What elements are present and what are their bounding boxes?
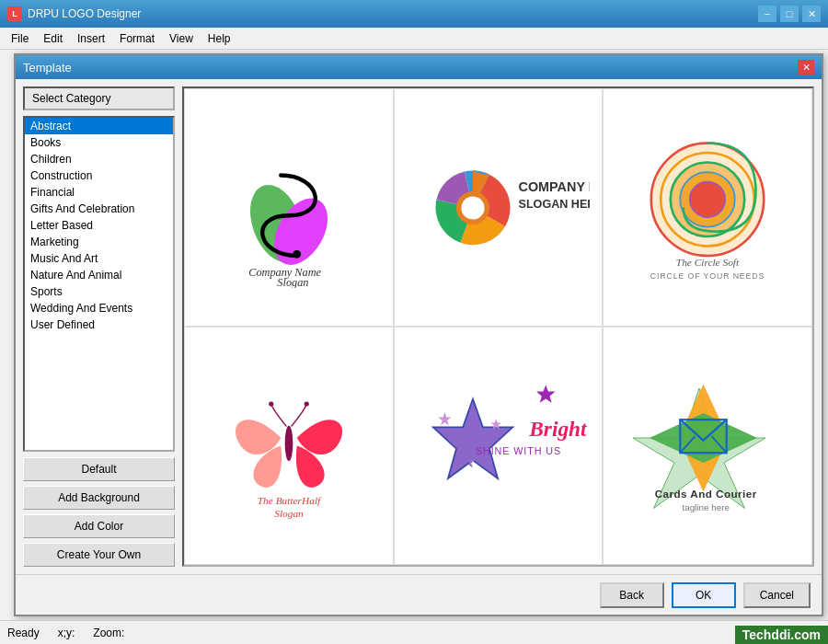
default-button[interactable]: Default [23, 457, 175, 481]
app-title: DRPU LOGO Designer [28, 7, 758, 20]
watermark-badge: Techddi.com [735, 626, 828, 644]
close-button[interactable]: ✕ [802, 6, 821, 22]
category-item-books[interactable]: Books [25, 134, 173, 151]
coordinates-text: x;y: [58, 627, 75, 639]
svg-text:CIRCLE OF YOUR NEEDS: CIRCLE OF YOUR NEEDS [650, 271, 765, 281]
left-panel: Select Category Abstract Books Children … [23, 86, 175, 567]
app-area: Template ✕ Select Category Abstract Book… [0, 50, 828, 644]
svg-marker-27 [439, 412, 452, 425]
title-bar: L DRPU LOGO Designer − □ ✕ [0, 0, 828, 28]
dialog-title-text: Template [23, 61, 798, 75]
logo-cell-3[interactable]: The Circle Soft CIRCLE OF YOUR NEEDS [603, 88, 812, 327]
logo-cell-1[interactable]: Company Name Slogan [184, 88, 394, 327]
svg-text:SLOGAN HERE: SLOGAN HERE [519, 198, 591, 211]
svg-marker-32 [536, 385, 556, 402]
window-controls: − □ ✕ [758, 6, 821, 22]
category-item-financial[interactable]: Financial [25, 184, 173, 201]
svg-text:The ButterHalf: The ButterHalf [258, 495, 322, 506]
status-bar: Ready x;y: Zoom: Techddi.com [0, 620, 828, 644]
svg-point-21 [269, 401, 273, 406]
logo-cell-2[interactable]: COMPANY NAME SLOGAN HERE [394, 88, 604, 327]
svg-point-22 [304, 401, 308, 406]
logo-cell-5[interactable]: Bright SHINE WITH US [394, 327, 604, 565]
dialog-title-bar: Template ✕ [16, 55, 822, 79]
minimize-button[interactable]: − [758, 6, 776, 22]
menu-help[interactable]: Help [201, 30, 238, 47]
status-text: Ready [7, 627, 40, 639]
svg-text:Cards And Courier: Cards And Courier [655, 487, 757, 499]
category-item-letter[interactable]: Letter Based [25, 217, 173, 234]
svg-text:COMPANY NAME: COMPANY NAME [519, 179, 591, 194]
category-item-gifts[interactable]: Gifts And Celebration [25, 201, 173, 217]
logo-2-svg: COMPANY NAME SLOGAN HERE [406, 125, 590, 291]
category-item-user[interactable]: User Defined [25, 316, 173, 333]
svg-text:Slogan: Slogan [274, 508, 304, 519]
logo-6-svg: Cards And Courier tagline here [615, 363, 799, 529]
category-item-music[interactable]: Music And Art [25, 250, 173, 267]
logo-grid: Company Name Slogan [182, 86, 814, 567]
logo-cell-6[interactable]: Cards And Courier tagline here [603, 327, 812, 565]
menu-edit[interactable]: Edit [36, 30, 70, 47]
category-item-marketing[interactable]: Marketing [25, 234, 173, 250]
category-item-abstract[interactable]: Abstract [25, 118, 173, 134]
logo-4-svg: The ButterHalf Slogan [201, 365, 376, 526]
category-item-nature[interactable]: Nature And Animal [25, 267, 173, 283]
cancel-button[interactable]: Cancel [743, 582, 811, 608]
select-category-button[interactable]: Select Category [23, 86, 175, 110]
category-item-wedding[interactable]: Wedding And Events [25, 300, 173, 316]
back-button[interactable]: Back [600, 582, 664, 608]
svg-text:Slogan: Slogan [277, 276, 308, 288]
category-item-sports[interactable]: Sports [25, 283, 173, 300]
svg-text:Bright: Bright [529, 417, 589, 441]
svg-point-2 [293, 250, 301, 259]
svg-point-20 [284, 426, 293, 462]
create-own-button[interactable]: Create Your Own [23, 543, 175, 567]
svg-text:The Circle Soft: The Circle Soft [676, 257, 740, 268]
category-item-construction[interactable]: Construction [25, 167, 173, 184]
zoom-text: Zoom: [93, 627, 124, 639]
menu-file[interactable]: File [4, 30, 36, 47]
logo-5-svg: Bright SHINE WITH US [406, 363, 590, 529]
svg-text:SHINE WITH US: SHINE WITH US [476, 445, 561, 456]
logo-cell-4[interactable]: The ButterHalf Slogan [184, 327, 394, 565]
menu-view[interactable]: View [162, 30, 201, 47]
dialog-footer: Back OK Cancel [16, 574, 822, 615]
action-buttons: Default Add Background Add Color Create … [23, 457, 175, 567]
add-background-button[interactable]: Add Background [23, 486, 175, 510]
menu-bar: File Edit Insert Format View Help [0, 28, 828, 50]
dialog-body: Select Category Abstract Books Children … [16, 79, 822, 574]
menu-format[interactable]: Format [112, 30, 162, 47]
template-dialog: Template ✕ Select Category Abstract Book… [14, 53, 823, 616]
logo-1-svg: Company Name Slogan [201, 127, 376, 288]
menu-insert[interactable]: Insert [70, 30, 112, 47]
dialog-close-button[interactable]: ✕ [798, 60, 814, 75]
logo-3-svg: The Circle Soft CIRCLE OF YOUR NEEDS [620, 127, 795, 288]
maximize-button[interactable]: □ [780, 6, 799, 22]
category-item-children[interactable]: Children [25, 151, 173, 167]
app-icon: L [7, 6, 22, 21]
add-color-button[interactable]: Add Color [23, 514, 175, 538]
category-list[interactable]: Abstract Books Children Construction Fin… [23, 116, 175, 452]
ok-button[interactable]: OK [672, 582, 736, 608]
svg-text:tagline here: tagline here [683, 502, 730, 512]
svg-point-6 [462, 196, 485, 219]
